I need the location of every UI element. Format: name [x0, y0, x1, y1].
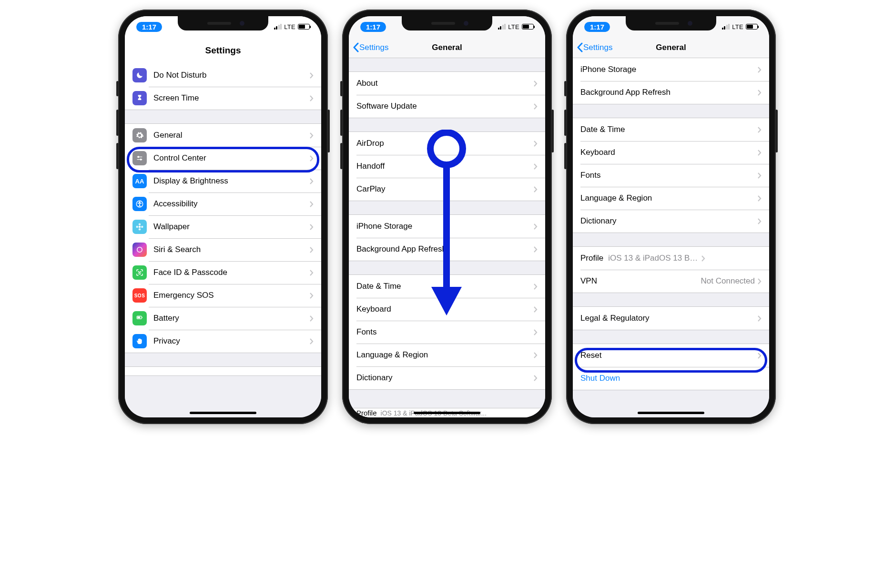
face-id-icon	[132, 265, 147, 280]
back-button[interactable]: Settings	[577, 42, 612, 52]
sos-icon: SOS	[132, 288, 147, 303]
svg-point-6	[139, 228, 141, 231]
home-indicator[interactable]	[190, 412, 256, 414]
status-time: 1:17	[584, 22, 610, 32]
signal-icon	[274, 24, 282, 30]
row-fonts[interactable]: Fonts	[573, 164, 769, 187]
text-size-icon: AA	[132, 174, 147, 188]
row-background-refresh[interactable]: Background App Refresh	[573, 81, 769, 104]
row-handoff[interactable]: Handoff	[349, 155, 545, 178]
signal-icon	[722, 24, 730, 30]
row-date-time[interactable]: Date & Time	[573, 118, 769, 141]
svg-rect-14	[137, 317, 140, 319]
home-indicator[interactable]	[638, 412, 704, 414]
row-siri-search[interactable]: Siri & Search	[125, 238, 321, 261]
row-control-center[interactable]: Control Center	[125, 147, 321, 170]
carrier-label: LTE	[732, 23, 743, 30]
chevron-right-icon	[310, 293, 314, 299]
phone-3: 1:17 LTE Settings General iPhone Storage…	[566, 10, 776, 424]
row-vpn[interactable]: VPN Not Connected	[573, 270, 769, 293]
page-title: General	[432, 43, 462, 52]
chevron-right-icon	[310, 247, 314, 253]
carrier-label: LTE	[508, 23, 519, 30]
general-list[interactable]: About Software Update AirDrop Handoff Ca…	[349, 58, 545, 417]
chevron-right-icon	[310, 270, 314, 276]
svg-point-8	[141, 226, 143, 228]
hand-icon	[132, 334, 147, 348]
row-iphone-storage[interactable]: iPhone Storage	[349, 215, 545, 238]
chevron-right-icon	[310, 315, 314, 322]
back-button[interactable]: Settings	[353, 42, 388, 52]
row-date-time[interactable]: Date & Time	[349, 275, 545, 298]
row-wallpaper[interactable]: Wallpaper	[125, 215, 321, 238]
general-list-scrolled[interactable]: iPhone Storage Background App Refresh Da…	[573, 58, 769, 417]
chevron-right-icon	[534, 186, 538, 193]
svg-point-4	[139, 226, 141, 228]
row-general[interactable]: General	[125, 124, 321, 147]
row-accessibility[interactable]: Accessibility	[125, 193, 321, 215]
phone-1: 1:17 LTE Settings Do Not Disturb Screen	[118, 10, 328, 424]
svg-point-10	[138, 272, 139, 272]
row-carplay[interactable]: CarPlay	[349, 178, 545, 201]
chevron-right-icon	[534, 141, 538, 147]
chevron-left-icon	[353, 42, 359, 52]
hourglass-icon	[132, 91, 147, 105]
chevron-right-icon	[534, 246, 538, 253]
row-screen-time[interactable]: Screen Time	[125, 87, 321, 110]
row-shut-down[interactable]: Shut Down	[573, 367, 769, 390]
chevron-right-icon	[310, 224, 314, 230]
settings-list[interactable]: Do Not Disturb Screen Time General C	[125, 64, 321, 417]
carrier-label: LTE	[284, 23, 295, 30]
row-iphone-storage[interactable]: iPhone Storage	[573, 58, 769, 81]
row-airdrop[interactable]: AirDrop	[349, 132, 545, 155]
page-title: General	[656, 43, 686, 52]
chevron-right-icon	[758, 172, 762, 179]
row-language-region[interactable]: Language & Region	[349, 344, 545, 366]
status-time: 1:17	[360, 22, 386, 32]
row-keyboard[interactable]: Keyboard	[349, 298, 545, 321]
page-title: Settings	[205, 45, 241, 56]
navbar: Settings General	[573, 37, 769, 58]
moon-icon	[132, 68, 147, 82]
chevron-right-icon	[534, 329, 538, 335]
row-privacy[interactable]: Privacy	[125, 330, 321, 353]
chevron-left-icon	[577, 42, 583, 52]
svg-point-5	[139, 223, 141, 226]
chevron-right-icon	[310, 201, 314, 207]
chevron-right-icon	[758, 353, 762, 359]
chevron-right-icon	[758, 218, 762, 224]
gear-icon	[132, 128, 147, 142]
row-display-brightness[interactable]: AA Display & Brightness	[125, 170, 321, 193]
svg-point-11	[141, 272, 141, 272]
row-language-region[interactable]: Language & Region	[573, 187, 769, 210]
row-fonts[interactable]: Fonts	[349, 321, 545, 344]
chevron-right-icon	[758, 278, 762, 284]
row-background-refresh[interactable]: Background App Refresh	[349, 238, 545, 261]
row-legal-regulatory[interactable]: Legal & Regulatory	[573, 307, 769, 330]
chevron-right-icon	[701, 255, 705, 262]
sliders-icon	[132, 151, 147, 165]
row-battery[interactable]: Battery	[125, 307, 321, 330]
row-keyboard[interactable]: Keyboard	[573, 141, 769, 164]
row-about[interactable]: About	[349, 72, 545, 95]
row-dictionary[interactable]: Dictionary	[349, 366, 545, 389]
battery-icon	[298, 24, 310, 30]
notch	[178, 16, 268, 30]
row-emergency-sos[interactable]: SOS Emergency SOS	[125, 284, 321, 307]
row-reset[interactable]: Reset	[573, 344, 769, 367]
row-do-not-disturb[interactable]: Do Not Disturb	[125, 64, 321, 87]
notch	[402, 16, 492, 30]
notch	[626, 16, 716, 30]
row-face-id[interactable]: Face ID & Passcode	[125, 261, 321, 284]
chevron-right-icon	[534, 163, 538, 170]
phone-2: 1:17 LTE Settings General About Software…	[342, 10, 552, 424]
chevron-right-icon	[758, 150, 762, 156]
row-dictionary[interactable]: Dictionary	[573, 210, 769, 233]
battery-icon	[746, 24, 758, 30]
chevron-right-icon	[534, 223, 538, 230]
chevron-right-icon	[534, 103, 538, 110]
row-software-update[interactable]: Software Update	[349, 95, 545, 118]
row-profile[interactable]: Profile iOS 13 & iPadOS 13 Beta Softwar.…	[573, 247, 769, 270]
home-indicator[interactable]	[414, 412, 480, 414]
battery-icon	[132, 311, 147, 325]
